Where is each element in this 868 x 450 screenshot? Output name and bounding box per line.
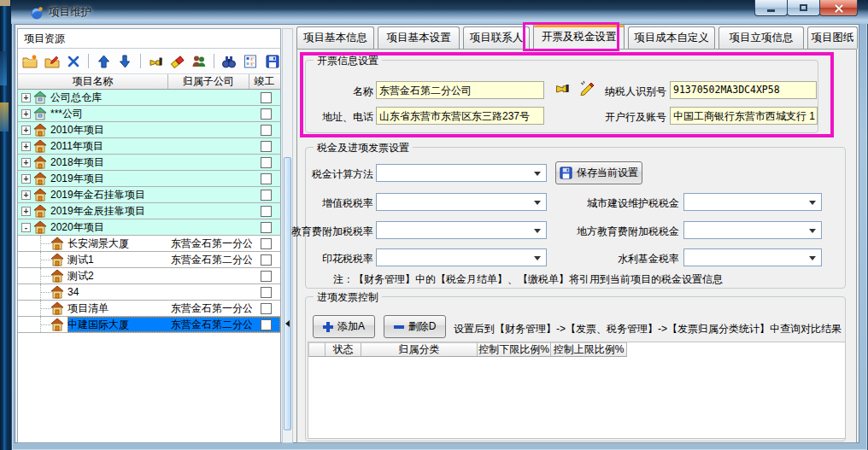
- completion-checkbox[interactable]: [261, 287, 272, 298]
- delete-row-button[interactable]: 删除D: [384, 315, 446, 338]
- minus-icon: [394, 325, 404, 329]
- completion-checkbox[interactable]: [261, 173, 272, 184]
- project-house-icon: [33, 172, 47, 185]
- table-header-cell[interactable]: 控制下限比例%: [478, 342, 551, 357]
- tab-1[interactable]: 项目基本信息: [296, 26, 374, 49]
- erase-button[interactable]: [169, 52, 185, 70]
- tab-2[interactable]: 项目基本设置: [378, 26, 460, 49]
- completion-checkbox[interactable]: [261, 303, 272, 314]
- table-header-cell[interactable]: 归属分类: [361, 342, 478, 357]
- close-button[interactable]: [819, 0, 858, 16]
- tree-row[interactable]: +2019年项目: [18, 171, 280, 187]
- local-edu-tax-select[interactable]: [683, 221, 822, 239]
- delete-button[interactable]: [66, 52, 81, 70]
- completion-checkbox[interactable]: [261, 319, 272, 330]
- address-input[interactable]: 山东省东营市东营区东三路237号: [376, 107, 544, 125]
- input-invoice-group-title: 进项发票控制: [314, 290, 382, 305]
- column-project-name[interactable]: 项目名称: [18, 74, 168, 89]
- tab-5[interactable]: 项目成本自定义: [628, 26, 715, 49]
- tree-row[interactable]: 项目清单东营金石第一分公司: [18, 301, 280, 317]
- bank-input[interactable]: 中国工商银行东营市西城支行 1: [670, 107, 818, 125]
- table-header-cell[interactable]: 控制上限比例%: [551, 342, 627, 357]
- water-fund-select[interactable]: [683, 248, 822, 266]
- tree-row[interactable]: +2010年项目: [18, 122, 280, 138]
- tree-row[interactable]: +2018年项目: [18, 155, 280, 171]
- move-up-button[interactable]: [96, 52, 111, 70]
- completion-checkbox[interactable]: [261, 238, 272, 249]
- save-button-toolbar[interactable]: [265, 52, 280, 70]
- project-house-icon: [33, 156, 47, 169]
- expand-toggle[interactable]: +: [21, 109, 31, 119]
- completion-checkbox[interactable]: [261, 108, 272, 120]
- members-button[interactable]: [191, 52, 206, 70]
- pick-hand-icon[interactable]: [554, 82, 570, 97]
- vat-select[interactable]: [376, 193, 547, 211]
- splitter-collapse-icon[interactable]: [285, 320, 290, 327]
- tree-row[interactable]: +2011年项目: [18, 138, 280, 155]
- completion-checkbox[interactable]: [261, 125, 272, 136]
- expand-toggle[interactable]: -: [21, 223, 31, 232]
- tree-row[interactable]: 长安湖景大厦东营金石第一分公司: [18, 236, 280, 252]
- completion-checkbox[interactable]: [261, 157, 272, 168]
- city-tax-select[interactable]: [683, 193, 822, 211]
- edit-pencil-icon[interactable]: [578, 79, 596, 98]
- move-down-button[interactable]: [117, 52, 132, 70]
- save-settings-button[interactable]: 保存当前设置: [555, 161, 642, 184]
- tree-row[interactable]: 测试1东营金石第二分公司: [18, 252, 280, 268]
- minimize-button[interactable]: [754, 0, 788, 16]
- tab-3[interactable]: 项目联系人: [463, 26, 530, 49]
- expand-toggle[interactable]: +: [21, 126, 31, 135]
- properties-button[interactable]: [243, 52, 258, 70]
- scrollbar-thumb[interactable]: [284, 157, 291, 430]
- table-header-cell[interactable]: 状态: [326, 342, 361, 357]
- select-hand-button[interactable]: [148, 52, 163, 70]
- expand-toggle[interactable]: +: [21, 207, 31, 216]
- stamp-tax-label: 印花税税率: [312, 252, 373, 266]
- tree-row-subsidiary: 东营金石第二分公司: [171, 318, 252, 332]
- tree-row[interactable]: +2019年金石挂靠项目: [18, 187, 280, 203]
- completion-checkbox[interactable]: [261, 190, 272, 201]
- expand-toggle[interactable]: +: [21, 190, 31, 200]
- new-folder-button[interactable]: [22, 52, 38, 70]
- tree-row[interactable]: +***公司: [18, 106, 280, 122]
- expand-toggle[interactable]: +: [21, 142, 31, 151]
- tree-toolbar: [18, 49, 280, 74]
- stamp-tax-select[interactable]: [376, 248, 547, 266]
- completion-checkbox[interactable]: [261, 92, 272, 103]
- completion-checkbox[interactable]: [261, 222, 272, 233]
- expand-toggle[interactable]: +: [21, 158, 31, 167]
- tree-row[interactable]: +公司总仓库: [18, 90, 280, 106]
- tree-row-label: 2018年项目: [50, 155, 171, 170]
- expand-toggle[interactable]: +: [21, 174, 31, 184]
- edu-tax-select[interactable]: [376, 221, 547, 239]
- desktop-icon-fragment: [0, 51, 7, 85]
- completion-checkbox[interactable]: [261, 206, 272, 217]
- completion-checkbox[interactable]: [261, 141, 272, 152]
- project-house-icon: [50, 254, 64, 266]
- tree-row[interactable]: +2019年金辰挂靠项目: [18, 203, 280, 219]
- project-house-icon: [50, 237, 64, 250]
- edit-folder-button[interactable]: [44, 52, 59, 70]
- tax-method-select[interactable]: [376, 164, 547, 182]
- add-button[interactable]: 添加A: [313, 315, 375, 338]
- expand-toggle[interactable]: +: [21, 93, 31, 102]
- name-label: 名称: [331, 85, 373, 99]
- toolbar-separator: [88, 54, 89, 68]
- tree-row[interactable]: -2020年项目: [18, 219, 280, 236]
- name-input[interactable]: 东营金石第二分公司: [376, 81, 544, 99]
- completion-checkbox[interactable]: [261, 254, 272, 266]
- tab-7[interactable]: 项目图纸: [807, 26, 858, 49]
- completion-checkbox[interactable]: [261, 271, 272, 282]
- tree-row[interactable]: 中建国际大厦东营金石第二分公司: [18, 317, 280, 333]
- maximize-button[interactable]: [787, 0, 820, 16]
- column-completion[interactable]: 竣工: [249, 74, 279, 89]
- search-button[interactable]: [221, 52, 237, 70]
- tree-row[interactable]: 34: [18, 284, 280, 301]
- tab-4[interactable]: 开票及税金设置: [533, 24, 625, 49]
- people-icon: [191, 55, 207, 68]
- maximize-icon: [800, 4, 807, 11]
- column-subsidiary[interactable]: 归属子公司: [168, 74, 249, 89]
- taxid-input[interactable]: 91370502MA3DC4XP58: [670, 81, 817, 99]
- tab-6[interactable]: 项目立项信息: [718, 26, 804, 49]
- tree-row[interactable]: 测试2: [18, 268, 280, 284]
